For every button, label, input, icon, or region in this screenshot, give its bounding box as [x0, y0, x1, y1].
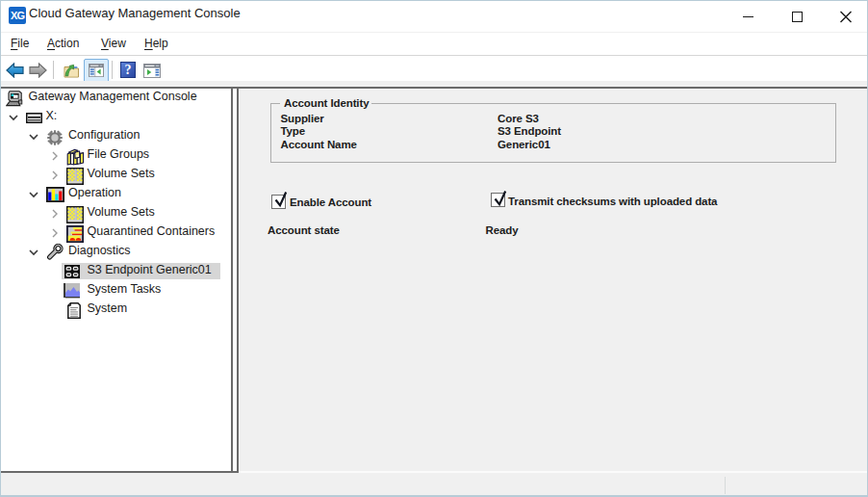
svg-text:?: ? [125, 63, 132, 77]
